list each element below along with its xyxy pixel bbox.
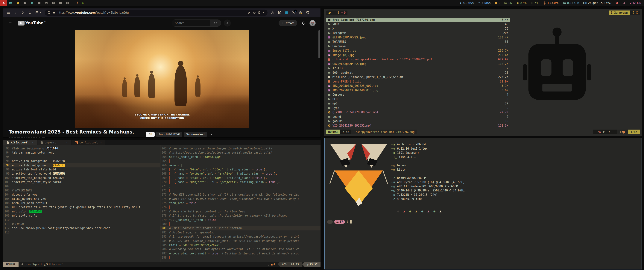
module-text[interactable]: VPN: ON	[630, 1, 642, 5]
file-row[interactable]: Telegram205	[326, 31, 510, 35]
module-text[interactable]: Пн 24 фев 15:37:57	[583, 1, 612, 5]
module-signal[interactable]	[623, 2, 626, 5]
yazi-tab-1[interactable]: 1 Загрузки	[608, 11, 630, 15]
close-icon[interactable]: ×	[66, 141, 68, 144]
url-bar[interactable]: https://www.youtube.com/watch?v=5b8A-jgx…	[45, 10, 268, 16]
avatar[interactable]	[310, 20, 316, 26]
module-ghost[interactable]: 0	[494, 1, 500, 5]
file-row[interactable]: image (17).jpg236,7K	[326, 49, 510, 53]
module-bell[interactable]	[616, 2, 619, 5]
search-button[interactable]	[210, 20, 221, 27]
module-volume[interactable]: 87%	[516, 1, 526, 5]
file-row[interactable]: Пингвины16	[326, 44, 510, 49]
module-keyboard[interactable]: EN	[504, 1, 512, 5]
menu-icon[interactable]	[7, 11, 10, 15]
workspace-5-chat-icon[interactable]	[28, 0, 36, 6]
file-row[interactable]: Буря0	[326, 106, 510, 110]
module-thermometer[interactable]: +43.0°C	[543, 1, 559, 5]
module-net-down[interactable]: 43 KB/s	[459, 1, 474, 5]
file-row[interactable]: oth_A_ardor-gaming-wakizashi_instrukcia_…	[326, 57, 510, 62]
r-extension-icon[interactable]	[285, 11, 288, 15]
chip-from-inegative[interactable]: From iNEGATIVE	[156, 132, 182, 137]
translate-icon[interactable]	[252, 11, 256, 14]
privacy-globe-icon[interactable]	[298, 11, 302, 15]
create-button[interactable]: Create	[278, 20, 297, 26]
rss-icon[interactable]	[248, 11, 251, 14]
workspace-10-list-icon[interactable]	[64, 0, 71, 6]
line-number: 272	[160, 188, 169, 193]
workspace-3-cat-icon[interactable]	[14, 0, 21, 6]
editor-tab-config-toml[interactable]: Tconfig.toml×	[72, 140, 105, 145]
file-row[interactable]: GkC0yLaXgAAP-H2.jpeg112,2K	[326, 62, 510, 66]
workspace-2-terminal-icon[interactable]	[7, 0, 14, 6]
file-row[interactable]: Lens-FREE-1.3.zip32,9M	[326, 79, 510, 84]
file-row[interactable]: 1231132	[326, 66, 510, 71]
search-input[interactable]	[175, 21, 207, 25]
file-row[interactable]: mp377	[326, 101, 510, 106]
urlbar-dropdown-icon[interactable]	[263, 12, 265, 14]
file-row[interactable]: MiniFuse1_Firmware_Update_1_5_0_212_win.…	[326, 75, 510, 79]
workspace-7-image-icon[interactable]	[43, 0, 50, 6]
file-row[interactable]: IMG_20250123_164440_015.jpg3,6M	[326, 88, 510, 93]
close-icon[interactable]: ×	[32, 141, 34, 144]
hamburger-icon[interactable]	[8, 21, 12, 25]
workspace-9-hash-icon[interactable]	[57, 0, 64, 6]
file-row[interactable]: sound2	[326, 114, 510, 119]
downloads-icon[interactable]	[271, 11, 274, 15]
page-scrollbar[interactable]	[318, 30, 320, 58]
workspace-6-windows-icon[interactable]	[36, 0, 43, 6]
back-icon[interactable]	[14, 11, 18, 15]
module-net-up[interactable]: 4 KB/s	[478, 1, 490, 5]
youtube-logo[interactable]: YouTube RU	[18, 21, 47, 26]
file-row[interactable]: OLD0	[326, 97, 510, 101]
module-memory[interactable]: 8,14 GiB	[563, 1, 579, 5]
reload-icon[interactable]	[28, 11, 32, 15]
search-field[interactable]	[172, 20, 210, 27]
video-player[interactable]: BECOME A MEMBER OF THE CHANNEL CHECK OUT…	[75, 30, 249, 128]
forward-icon[interactable]	[21, 11, 24, 15]
terminal-window[interactable]: ╭─▲Arch Linux x86_64├─◉6.12.16-lqx1-1-lq…	[324, 138, 642, 269]
file-row[interactable]: GkFPR-GXUAACWSS.jpeg128,4K	[326, 35, 510, 40]
workspace-8-download-icon[interactable]	[50, 0, 57, 6]
file-row[interactable]: IMG_20250128_091825_007.jpg5,1M	[326, 84, 510, 88]
editor-pane-kitty-conf[interactable]: 93#tab_bar_background #16161694tab_bar_m…	[3, 145, 160, 262]
editor-tab-kitty-conf[interactable]: kitty.conf×	[3, 140, 37, 145]
mic-button[interactable]	[224, 20, 231, 27]
file-row[interactable]: image (8).jpg212,4K	[326, 53, 510, 57]
file-row[interactable]: free-icon-bot-7167276.png7,4K	[326, 18, 510, 22]
lock-icon[interactable]	[52, 11, 56, 14]
file-row[interactable]: 000-razobrat10	[326, 70, 510, 75]
screenshot-icon[interactable]: ×	[292, 11, 295, 15]
pulse-icon[interactable]	[76, 1, 79, 5]
workspace-1-arch-icon[interactable]	[0, 0, 7, 6]
shell-prompt[interactable]: ~ 1.57 $	[327, 220, 352, 224]
extensions-puzzle-icon[interactable]	[306, 11, 309, 15]
shield-icon[interactable]	[47, 11, 50, 14]
module-cpu[interactable]: 5%	[530, 1, 539, 5]
tray-chevrons[interactable]: »	[82, 1, 84, 5]
file-row[interactable]: gomuks10	[326, 119, 510, 123]
file-row[interactable]: X79	[326, 27, 510, 31]
editor-pane-config-toml[interactable]: 262# Learn how to create these images in…	[160, 145, 320, 262]
file-row[interactable]: TORRENTS35	[326, 40, 510, 44]
chevron-down-icon[interactable]	[40, 12, 42, 14]
file-row[interactable]: Cursors4	[326, 93, 510, 97]
bookmark-icon[interactable]	[258, 11, 261, 14]
tray-tilde[interactable]: ~	[87, 1, 90, 5]
url-text[interactable]: https://www.youtube.com/watch?v=5b8A-jgx…	[58, 11, 129, 15]
reader-icon[interactable]	[278, 11, 282, 15]
sidebar-icon[interactable]	[35, 11, 39, 15]
notifications-bell-icon[interactable]	[302, 21, 305, 25]
code-line-264: 264social_media_card = "index.jpg"	[160, 155, 320, 159]
close-icon[interactable]: ×	[100, 141, 102, 144]
chip-all[interactable]: All	[146, 132, 155, 137]
file-row[interactable]: VID_20241130_092551.mp4151,3M	[326, 123, 510, 128]
file-row[interactable]: Q_VIDEO_20241220_085546.mp497,2M	[326, 110, 510, 115]
file-row[interactable]: VBOX45	[326, 22, 510, 27]
display-icon: ◧	[394, 189, 395, 192]
yazi-tab-2[interactable]: 2 X	[630, 11, 640, 15]
workspace-4-folder-icon[interactable]	[21, 0, 28, 6]
chip-tomorrowland[interactable]: Tomorrowland	[184, 132, 207, 137]
chips-chevron-right-icon[interactable]	[210, 133, 212, 136]
editor-tab-bspwmrc[interactable]: bspwmrc×	[38, 140, 71, 145]
